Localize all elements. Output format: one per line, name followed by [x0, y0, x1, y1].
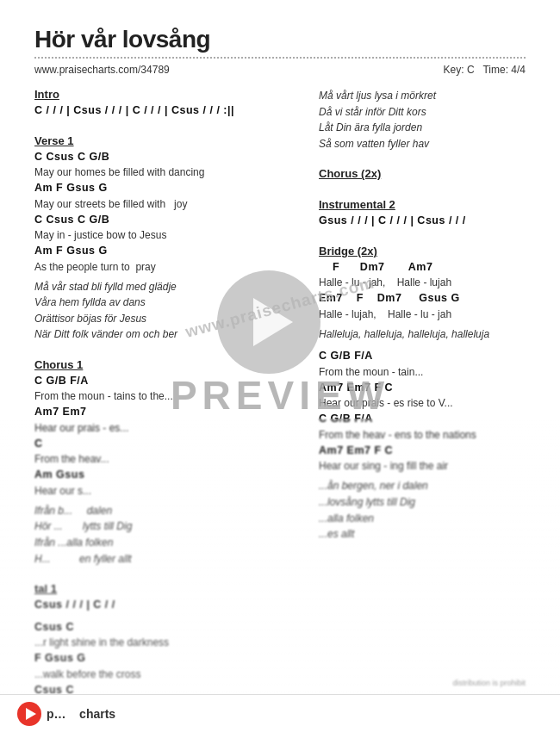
lyric-line: From the moun - tain...	[319, 364, 526, 380]
song-key-time: Key: C Time: 4/4	[444, 64, 526, 76]
chord-line: Am7 Em7 F C	[319, 381, 526, 396]
lyric-line: Hear our prais - es rise to V...	[319, 395, 526, 411]
lyric-line: May in - justice bow to Jesus	[34, 227, 302, 243]
verse1-italian-lines: Må vår stad bli fylld med glädje Våra he…	[34, 279, 302, 343]
chorus-2x-title: Chorus (2x)	[319, 167, 526, 180]
instrumental2-title: Instrumental 2	[319, 198, 526, 211]
logo-play-icon	[26, 708, 36, 720]
title-divider	[34, 57, 526, 59]
verse1-section-title: Verse 1	[34, 134, 302, 147]
chord-line: C Csus C G/B	[34, 150, 302, 165]
chord-line: Am F Gsus G	[34, 181, 302, 196]
chord-line: C Csus C G/B	[34, 213, 302, 228]
praisecharts-logo[interactable]: p… charts	[17, 702, 115, 726]
logo-text: p… charts	[47, 707, 115, 721]
italic-lyric: Då vi står inför Ditt kors	[319, 104, 526, 121]
page-container: Hör vår lovsång www.praisecharts.com/347…	[0, 0, 560, 732]
intro-section-title: Intro	[34, 88, 302, 101]
italic-lyric: Må vår stad bli fylld med glädje	[34, 279, 302, 295]
blur-overlay	[0, 419, 560, 694]
bridge-italic: Halleluja, halleluja, halleluja, hallelu…	[319, 326, 526, 343]
chord-line: C G/B F/A	[319, 349, 526, 364]
lyric-line: Halle - lu - jah, Halle - lujah	[319, 275, 526, 290]
lyric-line: Halle - lujah, Halle - lu - jah	[319, 307, 526, 322]
lyric-line: May our homes be filled with dancing	[34, 164, 302, 180]
instrumental2-chords: Gsus / / / | C / / / | Csus / / /	[319, 214, 526, 229]
italic-lyric: Låt Din ära fylla jorden	[319, 120, 526, 136]
italic-lyric: När Ditt folk vänder om och ber	[34, 326, 302, 343]
italic-lyric: Våra hem fyllda av dans	[34, 295, 302, 311]
lyric-line: From the moun - tains to the...	[34, 388, 302, 404]
lyric-line: As the people turn to pray	[34, 259, 302, 275]
bottom-bar: p… charts	[0, 694, 560, 732]
intro-chords: C / / / | Csus / / / | C / / / | Csus / …	[34, 103, 302, 119]
italic-lyric: Orättisor böjas för Jesus	[34, 311, 302, 327]
chord-line: C G/B F/A	[34, 374, 302, 389]
bridge-lines: F Dm7 Am7 Halle - lu - jah, Halle - luja…	[319, 260, 526, 322]
lyric-line: May our streets be filled with joy	[34, 196, 302, 212]
chorus1-section-title: Chorus 1	[34, 358, 302, 371]
meta-row: www.praisecharts.com/34789 Key: C Time: …	[34, 64, 526, 76]
verse1-lines: C Csus C G/B May our homes be filled wit…	[34, 150, 302, 275]
chord-line: F Dm7 Am7	[319, 260, 526, 276]
swedish-verse-lines: Må vårt ljus lysa i mörkret Då vi står i…	[319, 88, 526, 152]
song-url: www.praisecharts.com/34789	[34, 64, 170, 76]
song-title: Hör vår lovsång	[34, 26, 526, 53]
italic-lyric: Så som vatten fyller hav	[319, 136, 526, 152]
logo-icon	[17, 702, 41, 726]
chord-line: Am F Gsus G	[34, 244, 302, 259]
italic-lyric: Må vårt ljus lysa i mörkret	[319, 88, 526, 104]
chord-line: Em7 F Dm7 Gsus G	[319, 291, 526, 307]
bridge-2x-title: Bridge (2x)	[319, 245, 526, 257]
